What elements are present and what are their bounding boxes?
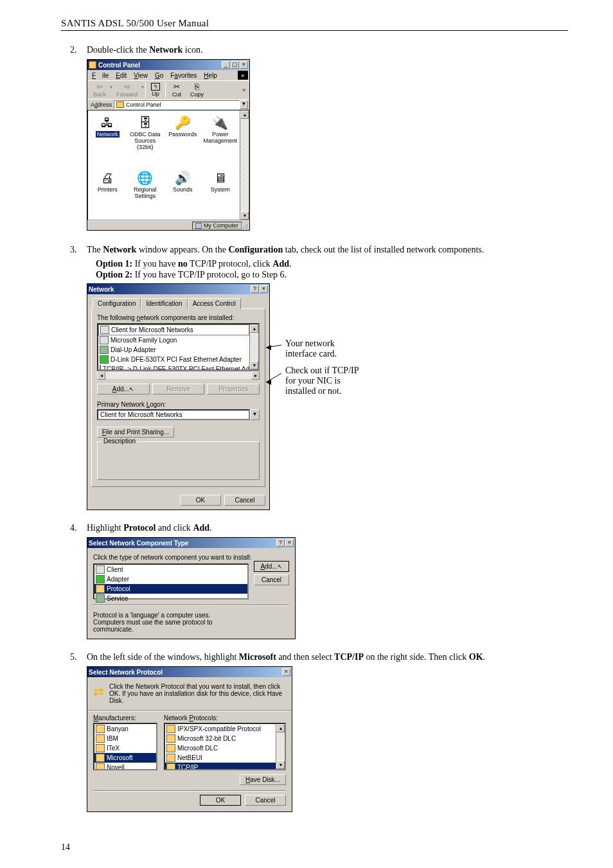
list-item[interactable]: IBM bbox=[94, 734, 156, 743]
cut-button[interactable]: ✂Cut bbox=[167, 82, 186, 98]
network-icon-item[interactable]: 🖧Network bbox=[89, 114, 126, 167]
resize-grip-icon[interactable] bbox=[242, 223, 249, 229]
menu-file[interactable]: File bbox=[89, 71, 112, 80]
list-item[interactable]: ITeX bbox=[94, 743, 156, 753]
ok-button[interactable]: OK bbox=[180, 495, 221, 506]
printers-icon-item[interactable]: 🖨Printers bbox=[89, 170, 126, 216]
list-hscrollbar[interactable]: ◂ ▸ bbox=[97, 371, 260, 379]
component-type-listbox[interactable]: Client Adapter Protocol Service bbox=[93, 563, 249, 599]
scroll-left-button[interactable]: ◂ bbox=[97, 371, 105, 380]
forward-button[interactable]: ⇨Forward bbox=[112, 82, 141, 98]
address-input[interactable]: Control Panel bbox=[114, 100, 240, 109]
components-label: The following network components are ins… bbox=[97, 314, 260, 321]
scroll-up-button[interactable]: ▴ bbox=[240, 111, 249, 119]
properties-button[interactable]: Properties bbox=[207, 384, 260, 394]
maximize-button[interactable]: ▢ bbox=[231, 61, 239, 69]
system-icon-item[interactable]: 🖥System bbox=[202, 170, 239, 216]
list-item[interactable]: Adapter bbox=[94, 574, 247, 584]
s5-p2: and then select bbox=[276, 652, 334, 662]
list-item[interactable]: Client for Microsoft Networks bbox=[98, 324, 249, 335]
ok-button[interactable]: OK bbox=[200, 795, 241, 806]
list-item[interactable]: Novell bbox=[94, 763, 156, 769]
help-button[interactable]: ? bbox=[276, 539, 285, 547]
power-icon-item[interactable]: 🔌Power Management bbox=[202, 114, 239, 167]
add-button[interactable]: Add...↖ bbox=[97, 384, 150, 394]
list-item-label: Dial-Up Adapter bbox=[111, 346, 156, 353]
tab-access-control[interactable]: Access Control bbox=[188, 298, 241, 309]
close-button[interactable]: × bbox=[285, 539, 294, 547]
remove-button[interactable]: Remove bbox=[152, 384, 205, 394]
scroll-up-button[interactable]: ▴ bbox=[276, 724, 285, 732]
list-item[interactable]: Microsoft Family Logon bbox=[98, 335, 249, 345]
list-item-label: NetBEUI bbox=[177, 754, 202, 761]
callout-tcp-line3: installed or not. bbox=[285, 386, 359, 396]
primary-logon-label: Primary Network Logon: bbox=[97, 401, 260, 408]
forward-dropdown-icon[interactable]: ▾ bbox=[141, 84, 144, 90]
toolbar-separator-2 bbox=[165, 82, 166, 98]
manufacturers-listbox[interactable]: Banyan IBM ITeX Microsoft Novell bbox=[93, 723, 157, 770]
step-2-pre: Double-click the bbox=[87, 45, 149, 55]
list-scrollbar[interactable]: ▴ ▾ bbox=[249, 324, 258, 369]
cancel-button[interactable]: Cancel bbox=[245, 795, 286, 806]
cancel-button[interactable]: Cancel bbox=[224, 495, 265, 506]
back-button[interactable]: ⇦Back bbox=[89, 82, 110, 98]
list-item-label: ITeX bbox=[107, 745, 120, 752]
tab-configuration[interactable]: Configuration bbox=[93, 298, 141, 309]
copy-button[interactable]: ⎘Copy bbox=[186, 82, 208, 98]
minimize-button[interactable]: _ bbox=[222, 61, 230, 69]
tab-identification[interactable]: Identification bbox=[141, 298, 187, 309]
vertical-scrollbar[interactable]: ▴ ▾ bbox=[240, 111, 249, 220]
file-print-sharing-button[interactable]: File and Print Sharing... bbox=[97, 427, 174, 438]
list-item-label: TCP/IP -> D-Link DFE-530TX PCI Fast Ethe… bbox=[103, 366, 249, 369]
protocols-listbox[interactable]: IPX/SPX-compatible Protocol Microsoft 32… bbox=[164, 723, 286, 770]
list-item[interactable]: NetBEUI bbox=[165, 753, 276, 763]
components-listbox[interactable]: Client for Microsoft Networks Microsoft … bbox=[97, 323, 260, 371]
combo-dropdown-button[interactable]: ▼ bbox=[250, 409, 260, 420]
list-item-selected[interactable]: Microsoft bbox=[94, 753, 156, 763]
scroll-track[interactable] bbox=[250, 333, 258, 361]
primary-logon-combo[interactable]: Client for Microsoft Networks ▼ bbox=[97, 409, 260, 420]
list-item-selected[interactable]: Protocol bbox=[94, 584, 247, 594]
list-item-selected[interactable]: TCP/IP bbox=[165, 763, 276, 769]
menu-view[interactable]: View bbox=[130, 71, 151, 80]
step-2-bold: Network bbox=[149, 45, 182, 55]
up-button[interactable]: ↰Up bbox=[147, 83, 164, 97]
list-item[interactable]: Dial-Up Adapter bbox=[98, 345, 249, 355]
list-item[interactable]: Microsoft 32-bit DLC bbox=[165, 734, 276, 743]
step-2: 2. Double-click the Network icon. bbox=[61, 45, 568, 55]
list-item[interactable]: IPX/SPX-compatible Protocol bbox=[165, 724, 276, 734]
list-item[interactable]: TCP/IP -> D-Link DFE-530TX PCI Fast Ethe… bbox=[98, 364, 249, 369]
scroll-up-button[interactable]: ▴ bbox=[250, 324, 258, 333]
scroll-down-button[interactable]: ▾ bbox=[276, 761, 285, 769]
hscroll-track[interactable] bbox=[105, 371, 251, 379]
list-item[interactable]: Service bbox=[94, 594, 247, 603]
regional-icon-item[interactable]: 🌐Regional Settings bbox=[127, 170, 164, 216]
close-button[interactable]: × bbox=[240, 61, 248, 69]
menu-favorites[interactable]: Favorites bbox=[167, 71, 200, 80]
menu-edit[interactable]: Edit bbox=[112, 71, 130, 80]
list-item[interactable]: D-Link DFE-530TX PCI Fast Ethernet Adapt… bbox=[98, 355, 249, 364]
passwords-icon-item[interactable]: 🔑Passwords bbox=[164, 114, 201, 167]
odbc-icon-item[interactable]: 🗄ODBC Data Sources (32bit) bbox=[127, 114, 164, 167]
list-item[interactable]: Client bbox=[94, 565, 247, 574]
have-disk-button[interactable]: Have Disk... bbox=[240, 774, 286, 785]
close-button[interactable]: × bbox=[282, 668, 290, 676]
scroll-track[interactable] bbox=[276, 732, 285, 761]
scroll-right-button[interactable]: ▸ bbox=[251, 371, 260, 380]
cancel-button[interactable]: Cancel bbox=[254, 574, 289, 585]
scroll-track[interactable] bbox=[240, 119, 249, 211]
menu-help[interactable]: Help bbox=[200, 71, 220, 80]
list-item[interactable]: Microsoft DLC bbox=[165, 743, 276, 753]
scroll-down-button[interactable]: ▾ bbox=[250, 361, 258, 369]
sounds-icon-item[interactable]: 🔊Sounds bbox=[164, 170, 201, 216]
address-folder-icon bbox=[116, 102, 124, 108]
menu-go[interactable]: Go bbox=[152, 71, 166, 80]
add-button[interactable]: Add...↖ bbox=[254, 561, 289, 572]
scroll-down-button[interactable]: ▾ bbox=[240, 211, 249, 220]
list-item[interactable]: Banyan bbox=[94, 724, 156, 734]
toolbar-overflow-icon[interactable]: » bbox=[240, 87, 247, 93]
help-button[interactable]: ? bbox=[251, 285, 259, 293]
address-dropdown-button[interactable]: ▼ bbox=[240, 100, 248, 109]
svg-marker-1 bbox=[266, 345, 271, 350]
proto-vscroll[interactable]: ▴ ▾ bbox=[276, 724, 285, 769]
